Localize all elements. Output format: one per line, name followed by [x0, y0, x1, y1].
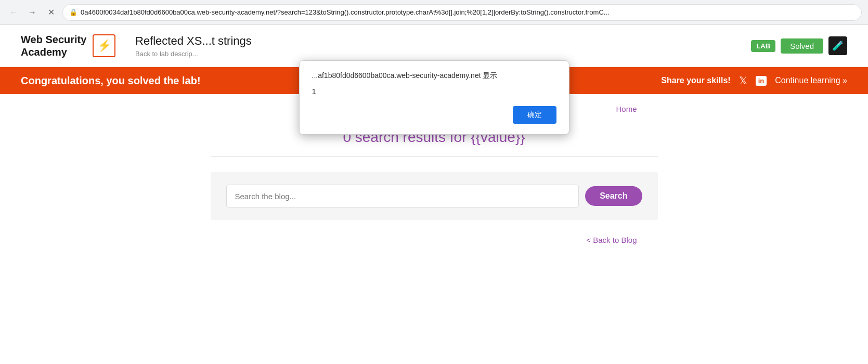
alert-message: 1	[312, 87, 556, 96]
back-to-blog-link[interactable]: < Back to Blog	[211, 236, 658, 244]
page-wrapper: Web Security Academy ⚡ Reflected XS...t …	[0, 25, 868, 244]
browser-chrome: ← → ✕ 🔒 0a4600f0034daf1b80fd0d6600ba00ca…	[0, 0, 868, 25]
lock-icon: 🔒	[69, 8, 77, 16]
search-input[interactable]	[226, 185, 579, 207]
lab-title: Reflected XS...t strings	[135, 34, 751, 48]
content-divider	[211, 156, 658, 157]
alert-ok-button[interactable]: 确定	[513, 106, 556, 124]
site-header: Web Security Academy ⚡ Reflected XS...t …	[0, 25, 868, 67]
search-box-area: Search	[211, 172, 658, 220]
forward-button[interactable]: →	[25, 5, 40, 20]
alert-overlay: ...af1b80fd0d6600ba00ca.web-security-aca…	[0, 50, 868, 135]
alert-header: ...af1b80fd0d6600ba00ca.web-security-aca…	[312, 71, 556, 81]
url-text: 0a4600f0034daf1b80fd0d6600ba00ca.web-sec…	[81, 8, 855, 16]
close-button[interactable]: ✕	[44, 5, 58, 20]
search-button[interactable]: Search	[585, 186, 642, 206]
alert-dialog: ...af1b80fd0d6600ba00ca.web-security-aca…	[299, 60, 569, 135]
back-button[interactable]: ←	[6, 5, 21, 20]
address-bar[interactable]: 🔒 0a4600f0034daf1b80fd0d6600ba00ca.web-s…	[62, 4, 862, 21]
alert-buttons: 确定	[312, 106, 556, 124]
